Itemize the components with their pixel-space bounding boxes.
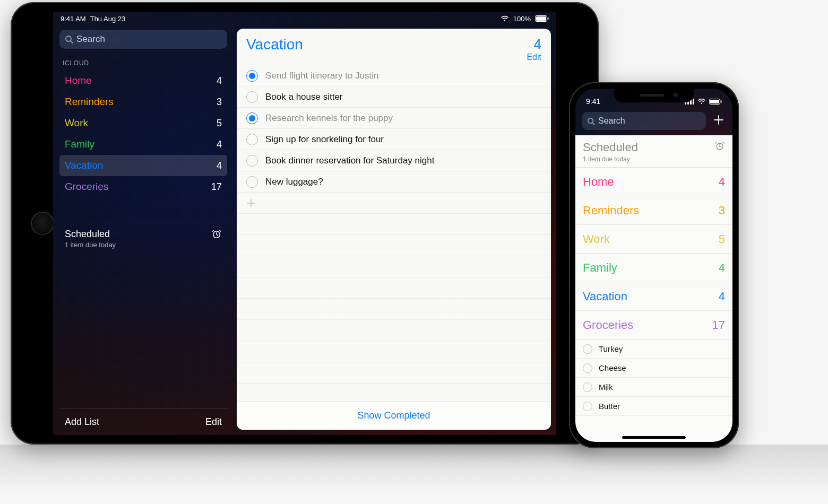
ipad-status-bar: 9:41 AM Thu Aug 23 100% <box>53 12 556 25</box>
list-name: Vacation <box>583 290 627 303</box>
reminder-text: Send flight itinerary to Justin <box>265 71 379 81</box>
complete-toggle[interactable] <box>246 134 258 145</box>
scheduled-title: Scheduled <box>583 141 638 154</box>
reminder-text: Cheese <box>599 363 626 372</box>
svg-rect-11 <box>710 100 719 103</box>
sidebar-list-row[interactable]: Family4 <box>59 134 227 155</box>
list-name: Home <box>583 175 614 189</box>
reminder-row[interactable]: Research kennels for the puppy <box>237 108 551 129</box>
list-count: 4 <box>217 139 222 150</box>
status-battery-text: 100% <box>513 15 531 23</box>
empty-lines <box>237 214 551 401</box>
complete-toggle[interactable] <box>583 344 592 354</box>
reminder-row[interactable]: Sign up for snorkeling for four <box>237 129 551 150</box>
show-completed-button[interactable]: Show Completed <box>237 401 551 430</box>
list-row[interactable]: Work5 <box>575 225 732 254</box>
list-count: 4 <box>719 175 725 189</box>
list-name: Home <box>65 75 92 86</box>
add-button[interactable] <box>711 114 726 128</box>
status-time: 9:41 AM <box>61 15 86 23</box>
list-row[interactable]: Home4 <box>575 168 732 196</box>
list-count: 17 <box>211 181 222 193</box>
complete-toggle[interactable] <box>246 176 258 188</box>
reminder-text: Milk <box>599 383 613 392</box>
list-row[interactable]: Vacation4 <box>575 282 732 311</box>
complete-toggle[interactable] <box>246 91 258 103</box>
list-row[interactable]: Family4 <box>575 254 732 282</box>
wifi-icon <box>697 98 706 105</box>
reminder-text: Research kennels for the puppy <box>265 113 393 124</box>
search-placeholder: Search <box>76 34 105 45</box>
home-indicator[interactable] <box>622 436 686 439</box>
sidebar: Search ICLOUD Home4Reminders3Work5Family… <box>53 25 234 435</box>
reminder-row[interactable]: Turkey <box>575 340 732 359</box>
reminder-row[interactable]: New luggage? <box>237 171 551 193</box>
svg-rect-9 <box>693 99 694 105</box>
alarm-clock-icon <box>714 141 725 153</box>
battery-icon <box>535 15 549 22</box>
list-row[interactable]: Groceries17 <box>575 311 732 340</box>
list-name: Family <box>65 138 94 150</box>
complete-toggle[interactable] <box>583 402 592 411</box>
reminder-row[interactable]: Milk <box>575 378 732 397</box>
list-name: Family <box>583 261 617 275</box>
reminder-row[interactable]: Book a house sitter <box>237 86 551 108</box>
notch <box>614 89 694 102</box>
reminder-row[interactable]: Send flight itinerary to Justin <box>237 65 551 86</box>
sidebar-list-row[interactable]: Vacation4 <box>59 155 227 176</box>
search-input[interactable]: Search <box>582 112 706 130</box>
search-input[interactable]: Search <box>59 30 227 49</box>
list-count: 4 <box>527 36 541 53</box>
complete-toggle[interactable] <box>246 155 258 167</box>
iphone-screen: 9:41 Search <box>575 89 732 442</box>
sidebar-list-row[interactable]: Home4 <box>59 70 227 91</box>
edit-lists-button[interactable]: Edit <box>205 416 222 428</box>
list-name: Groceries <box>65 181 108 193</box>
list-title: Vacation <box>246 36 303 53</box>
svg-line-14 <box>592 123 594 125</box>
add-list-button[interactable]: Add List <box>65 416 99 428</box>
list-name: Groceries <box>583 318 633 332</box>
svg-rect-12 <box>721 100 722 103</box>
search-placeholder: Search <box>598 116 625 126</box>
list-count: 3 <box>217 97 222 108</box>
scheduled-title: Scheduled <box>65 229 116 240</box>
sidebar-list-row[interactable]: Work5 <box>59 112 227 134</box>
complete-toggle[interactable] <box>583 363 592 373</box>
reminder-text: Book dinner reservation for Saturday nig… <box>265 155 434 166</box>
status-time: 9:41 <box>586 97 600 106</box>
complete-toggle[interactable] <box>246 70 258 82</box>
svg-rect-1 <box>536 16 546 21</box>
iphone-device: 9:41 Search <box>569 82 739 448</box>
reminder-row[interactable]: Cheese <box>575 359 732 378</box>
list-name: Work <box>65 117 88 129</box>
home-button[interactable] <box>31 212 54 235</box>
reminder-text: Book a house sitter <box>265 92 343 102</box>
battery-icon <box>709 99 722 105</box>
list-name: Vacation <box>65 160 104 171</box>
wifi-icon <box>501 15 509 22</box>
complete-toggle[interactable] <box>246 112 258 124</box>
reminder-row[interactable]: Book dinner reservation for Saturday nig… <box>237 150 551 171</box>
list-count: 5 <box>719 232 725 246</box>
list-name: Work <box>583 232 610 246</box>
alarm-clock-icon <box>211 229 222 241</box>
edit-list-button[interactable]: Edit <box>527 53 541 62</box>
add-item-button[interactable] <box>237 193 551 214</box>
list-name: Reminders <box>583 204 639 218</box>
ipad-device: 9:41 AM Thu Aug 23 100% Search ICLOUD Ho… <box>11 2 599 445</box>
scheduled-subtitle: 1 item due today <box>583 155 638 163</box>
sidebar-list-row[interactable]: Groceries17 <box>59 176 227 197</box>
ipad-screen: 9:41 AM Thu Aug 23 100% Search ICLOUD Ho… <box>53 12 556 435</box>
reminder-text: New luggage? <box>265 177 323 187</box>
scheduled-subtitle: 1 item due today <box>65 241 116 249</box>
complete-toggle[interactable] <box>583 383 592 392</box>
list-row[interactable]: Reminders3 <box>575 196 732 225</box>
reminder-row[interactable]: Butter <box>575 397 732 416</box>
sidebar-list-row[interactable]: Reminders3 <box>59 91 227 112</box>
svg-line-4 <box>71 41 73 43</box>
scheduled-block[interactable]: Scheduled 1 item due today <box>59 222 227 255</box>
scheduled-block[interactable]: Scheduled 1 item due today <box>575 135 732 168</box>
detail-panel: Vacation 4 Edit Send flight itinerary to… <box>237 29 551 430</box>
list-count: 4 <box>719 290 725 303</box>
